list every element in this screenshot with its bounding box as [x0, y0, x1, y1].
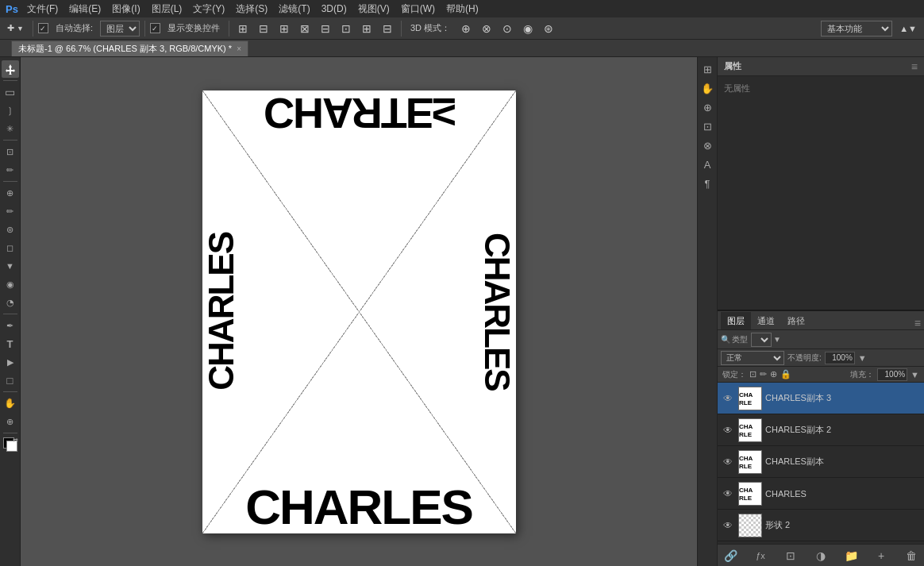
right-icon-6[interactable]: A	[699, 156, 716, 173]
lasso-tool[interactable]: ❳	[2, 102, 19, 119]
tab-close-btn[interactable]: ×	[237, 44, 241, 53]
tab-channels[interactable]: 通道	[751, 312, 781, 329]
layers-delete-btn[interactable]: 🗑	[903, 548, 919, 564]
menu-help[interactable]: 帮助(H)	[441, 1, 483, 17]
show-transform-checkbox[interactable]: ✓	[150, 23, 160, 33]
layers-link-btn[interactable]: 🔗	[722, 548, 738, 564]
auto-select-checkbox[interactable]: ✓	[38, 23, 48, 33]
tab-layers[interactable]: 图层	[721, 312, 751, 329]
workspace-dropdown[interactable]: 基本功能	[821, 21, 892, 37]
zoom-tool[interactable]: ⊕	[2, 413, 19, 430]
3d-btn-2[interactable]: ⊗	[478, 21, 495, 37]
layer-item-charles[interactable]: 👁 CHA RLE CHARLES	[718, 478, 924, 510]
toolbar: ✚ ▼ ✓ 自动选择: 图层 ✓ 显示变换控件 ⊞ ⊟ ⊞ ⊠ ⊟ ⊡ ⊞ ⊟ …	[0, 17, 924, 40]
layer-visibility-2[interactable]: 👁	[721, 455, 735, 469]
menu-edit[interactable]: 编辑(E)	[64, 1, 106, 17]
align-top-btn[interactable]: ⊠	[296, 21, 314, 37]
document-tab[interactable]: 未标题-1 @ 66.7% (CHARLES 副本 3, RGB/8/CMYK)…	[11, 40, 248, 56]
right-icon-2[interactable]: ✋	[699, 79, 716, 97]
align-left-btn[interactable]: ⊞	[234, 21, 252, 37]
crop-tool[interactable]: ⊡	[2, 143, 19, 160]
path-select-tool[interactable]: ▶	[2, 353, 19, 371]
layer-item-charles-copy-2[interactable]: 👁 CHA RLE CHARLES副本 2	[718, 414, 924, 446]
menu-select[interactable]: 选择(S)	[231, 1, 272, 17]
fill-toggle-icon[interactable]: ▼	[911, 370, 919, 379]
pen-tool[interactable]: ✒	[2, 317, 19, 334]
layers-new-btn[interactable]: +	[873, 548, 889, 564]
type-tool[interactable]: T	[2, 335, 19, 352]
dodge-tool[interactable]: ◔	[2, 294, 19, 311]
layers-panel-menu-btn[interactable]: ≡	[914, 317, 921, 329]
menu-image[interactable]: 图像(I)	[107, 1, 144, 17]
eraser-tool[interactable]: ◻	[2, 239, 19, 256]
layers-mask-btn[interactable]: ⊡	[783, 548, 799, 564]
right-icon-5[interactable]: ⊗	[699, 137, 716, 154]
canvas-text-bottom: CHARLES	[202, 483, 516, 532]
eyedropper-tool[interactable]: ✏	[2, 161, 19, 179]
3d-btn-3[interactable]: ⊙	[499, 21, 516, 37]
paint-bucket-tool[interactable]: ▼	[2, 257, 19, 275]
menu-view[interactable]: 视图(V)	[353, 1, 395, 17]
layer-thumb-3: CHA RLE	[738, 482, 762, 506]
properties-panel-menu-btn[interactable]: ≡	[911, 60, 918, 73]
fill-input[interactable]	[877, 368, 907, 381]
lock-transparency-icon[interactable]: ⊡	[749, 369, 757, 379]
menu-layer[interactable]: 图层(L)	[147, 1, 187, 17]
tab-title: 未标题-1 @ 66.7% (CHARLES 副本 3, RGB/8/CMYK)…	[18, 43, 232, 55]
tab-paths[interactable]: 路径	[781, 312, 811, 329]
right-icon-1[interactable]: ⊞	[699, 60, 716, 78]
layer-item-charles-copy[interactable]: 👁 CHA RLE CHARLES副本	[718, 446, 924, 478]
layer-visibility-1[interactable]: 👁	[721, 423, 735, 437]
layer-visibility-3[interactable]: 👁	[721, 487, 735, 501]
toolbar-sep-2	[144, 21, 145, 37]
layers-type-dropdown[interactable]	[751, 333, 772, 347]
lock-position-icon[interactable]: ⊕	[770, 369, 777, 379]
right-icon-7[interactable]: ¶	[699, 175, 716, 192]
align-center-btn[interactable]: ⊟	[255, 21, 272, 37]
opacity-toggle-icon[interactable]: ▼	[858, 353, 867, 363]
blur-tool[interactable]: ◉	[2, 275, 19, 293]
shape-tool[interactable]: □	[2, 372, 19, 389]
healing-tool[interactable]: ⊕	[2, 184, 19, 202]
lock-brush-icon[interactable]: ✏	[760, 369, 767, 379]
select-rect-tool[interactable]: ▭	[2, 83, 19, 101]
3d-btn-1[interactable]: ⊕	[457, 21, 475, 37]
layers-group-btn[interactable]: 📁	[843, 548, 859, 564]
layers-fx-btn[interactable]: ƒx	[753, 548, 768, 564]
color-swap-icon[interactable]: ⇄	[13, 437, 18, 444]
distribute-h-btn[interactable]: ⊞	[358, 21, 375, 37]
hand-tool[interactable]: ✋	[2, 395, 19, 412]
clone-tool[interactable]: ⊚	[2, 221, 19, 238]
layer-visibility-0[interactable]: 👁	[721, 391, 735, 406]
blend-mode-dropdown[interactable]: 正常	[721, 351, 784, 365]
menu-window[interactable]: 窗口(W)	[396, 1, 440, 17]
svg-text:RLE: RLE	[739, 399, 753, 406]
right-icon-3[interactable]: ⊕	[699, 98, 716, 116]
workspace-toggle-btn[interactable]: ▲▼	[895, 22, 921, 35]
layer-visibility-4[interactable]: 👁	[721, 518, 735, 533]
canvas-text-right: CHARLES	[479, 90, 514, 533]
3d-btn-5[interactable]: ⊛	[540, 21, 557, 37]
align-right-btn[interactable]: ⊞	[275, 21, 293, 37]
auto-select-dropdown[interactable]: 图层	[100, 21, 140, 37]
right-icon-4[interactable]: ⊡	[699, 117, 716, 135]
menu-file[interactable]: 文件(F)	[22, 1, 63, 17]
align-bottom-btn[interactable]: ⊡	[337, 21, 355, 37]
move-tool-toolbar[interactable]: ✚ ▼	[3, 21, 28, 35]
brush-tool[interactable]: ✏	[2, 202, 19, 220]
left-tools-panel: ▭ ❳ ✳ ⊡ ✏ ⊕ ✏ ⊚ ◻ ▼ ◉ ◔ ✒ T ▶ □ ✋ ⊕ ⇄	[0, 57, 21, 566]
distribute-v-btn[interactable]: ⊟	[379, 21, 396, 37]
opacity-input[interactable]	[825, 352, 855, 364]
magic-wand-tool[interactable]: ✳	[2, 120, 19, 137]
layer-item-shape-2[interactable]: 👁 形状 2	[718, 510, 924, 541]
color-swatches[interactable]: ⇄	[2, 436, 19, 453]
move-tool[interactable]	[2, 60, 19, 78]
layer-item-charles-copy-3[interactable]: 👁 CHA RLE CHARLES副本 3	[718, 383, 924, 414]
align-mid-btn[interactable]: ⊟	[317, 21, 334, 37]
lock-all-icon[interactable]: 🔒	[780, 369, 791, 379]
3d-btn-4[interactable]: ◉	[519, 21, 537, 37]
menu-3d[interactable]: 3D(D)	[317, 2, 352, 16]
layers-adjustment-btn[interactable]: ◑	[813, 548, 829, 564]
menu-text[interactable]: 文字(Y)	[188, 1, 229, 17]
menu-filter[interactable]: 滤镜(T)	[274, 1, 314, 17]
